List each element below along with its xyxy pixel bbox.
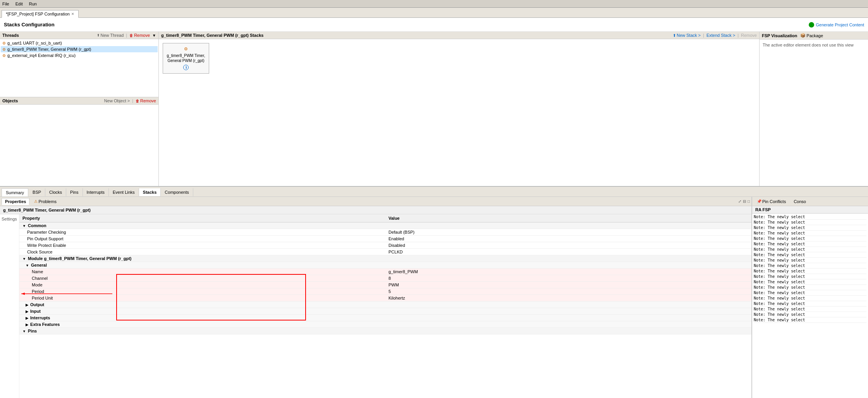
- stacks-remove-btn[interactable]: Remove: [741, 33, 757, 38]
- prop-row-period[interactable]: Period 5: [19, 288, 751, 295]
- log-panel: 📌 Pin Conflicts Conso RA FSP Note: The n…: [752, 197, 868, 398]
- editor-tab-bar: *[FSP_Project] FSP Configuration ✕: [0, 8, 868, 18]
- col-property: Property: [19, 214, 385, 222]
- thread-item-1[interactable]: ⚙ g_timer8_PWM Timer, General PWM (r_gpt…: [1, 46, 158, 52]
- tab-summary[interactable]: Summary: [2, 188, 28, 196]
- props-icon-2[interactable]: ⊟: [743, 199, 746, 203]
- log-line-7: Note: The newly select: [754, 252, 866, 258]
- prop-row-general: ▼ General: [19, 262, 751, 269]
- menu-file[interactable]: File: [2, 2, 9, 6]
- thread-icon-0: ⚙: [2, 41, 6, 45]
- tab-label: *[FSP_Project] FSP Configuration: [6, 12, 70, 16]
- bottom-section: Properties ⚠ Problems ⤢ ⊟ □ g_timer8_PWM…: [0, 197, 868, 398]
- thread-item-2[interactable]: ⚙ g_external_irq4 External IRQ (r_icu): [1, 52, 158, 59]
- log-line-2: Note: The newly select: [754, 225, 866, 231]
- tab-event-links[interactable]: Event Links: [109, 188, 139, 196]
- fsp-viz-header: FSP Visualization 📦 Package: [760, 32, 868, 40]
- extend-stack-btn[interactable]: Extend Stack >: [706, 33, 735, 38]
- new-thread-btn[interactable]: ⬆ New Thread: [97, 33, 124, 38]
- prop-row-clock-source[interactable]: Clock Source PCLKD: [19, 249, 751, 255]
- fsp-viz-panel: FSP Visualization 📦 Package The active e…: [760, 32, 868, 186]
- threads-remove-icon: 🗑: [129, 33, 133, 38]
- generate-btn[interactable]: Generate Project Content: [809, 22, 864, 28]
- log-line-5: Note: The newly select: [754, 241, 866, 247]
- menu-run[interactable]: Run: [29, 2, 37, 6]
- log-line-14: Note: The newly select: [754, 290, 866, 296]
- menu-edit[interactable]: Edit: [15, 2, 23, 6]
- log-line-8: Note: The newly select: [754, 258, 866, 263]
- prop-row-pin-output[interactable]: Pin Output Support Enabled: [19, 236, 751, 242]
- pin-conflicts-tab[interactable]: 📌 Pin Conflicts: [754, 198, 789, 205]
- tab-components[interactable]: Components: [161, 188, 193, 196]
- new-object-btn[interactable]: New Object >: [104, 98, 130, 103]
- package-tab[interactable]: 📦 Package: [800, 33, 823, 38]
- fsp-viz-tab[interactable]: FSP Visualization: [762, 33, 797, 38]
- log-content: Note: The newly select Note: The newly s…: [752, 214, 868, 398]
- new-stack-btn[interactable]: ⬆ New Stack >: [673, 33, 701, 38]
- objects-list: [0, 105, 158, 186]
- log-line-0: Note: The newly select: [754, 214, 866, 220]
- tab-close-icon[interactable]: ✕: [71, 12, 74, 16]
- thread-item-0[interactable]: ⚙ g_uart1 UART (r_sci_b_uart): [1, 40, 158, 46]
- tab-stacks[interactable]: Stacks: [139, 188, 161, 196]
- new-thread-icon: ⬆: [97, 33, 100, 37]
- prop-row-write-protect[interactable]: Write Protect Enable Disabled: [19, 242, 751, 249]
- log-line-10: Note: The newly select: [754, 269, 866, 274]
- prop-row-channel[interactable]: Channel 8: [19, 275, 751, 282]
- log-line-3: Note: The newly select: [754, 231, 866, 236]
- log-header: RA FSP: [752, 206, 868, 214]
- collapse-icon-extra: ▶: [26, 323, 28, 327]
- props-icon-3[interactable]: □: [748, 199, 750, 203]
- prop-row-common: ▼ Common: [19, 222, 751, 229]
- prop-row-mode[interactable]: Mode PWM: [19, 282, 751, 288]
- objects-section: Objects New Object > | 🗑 Remove: [0, 97, 158, 186]
- prop-row-name[interactable]: Name g_timer8_PWM: [19, 269, 751, 275]
- tab-bsp[interactable]: BSP: [29, 188, 45, 196]
- props-icon-1[interactable]: ⤢: [738, 199, 741, 203]
- threads-panel: Threads ⬆ New Thread | 🗑 Remove ▼ ⚙: [0, 32, 159, 186]
- tab-problems[interactable]: ⚠ Problems: [31, 198, 59, 205]
- page-title: Stacks Configuration: [4, 22, 55, 28]
- col-value: Value: [385, 214, 751, 222]
- title-bar: Stacks Configuration Generate Project Co…: [0, 18, 868, 32]
- objects-panel-header: Objects New Object > | 🗑 Remove: [0, 97, 158, 105]
- menu-bar: File Edit Run: [0, 0, 868, 8]
- fsp-viz-content: The active editor element does not use t…: [760, 40, 868, 50]
- log-line-16: Note: The newly select: [754, 301, 866, 307]
- log-tabs-bar: 📌 Pin Conflicts Conso: [752, 197, 868, 206]
- tab-pins[interactable]: Pins: [66, 188, 83, 196]
- stack-component[interactable]: ⚙ g_timer8_PWM Timer, General PWM (r_gpt…: [163, 43, 209, 74]
- objects-remove-icon: 🗑: [136, 99, 139, 103]
- objects-remove-btn[interactable]: 🗑 Remove: [136, 98, 156, 103]
- collapse-icon: ▼: [22, 224, 26, 228]
- log-line-9: Note: The newly select: [754, 263, 866, 269]
- collapse-icon-input: ▶: [26, 310, 28, 314]
- prop-row-param-check[interactable]: Parameter Checking Default (BSP): [19, 229, 751, 236]
- thread-icon-2: ⚙: [2, 53, 6, 58]
- fsp-config-tab[interactable]: *[FSP_Project] FSP Configuration ✕: [2, 10, 79, 18]
- tab-interrupts[interactable]: Interrupts: [83, 188, 109, 196]
- threads-label: Threads: [2, 33, 19, 38]
- pin-icon: 📌: [757, 199, 761, 203]
- collapse-icon-module: ▼: [22, 257, 26, 261]
- log-line-15: Note: The newly select: [754, 296, 866, 301]
- prop-row-period-unit[interactable]: Period Unit Kilohertz: [19, 295, 751, 302]
- props-tab-bar: Properties ⚠ Problems ⤢ ⊟ □: [0, 197, 751, 206]
- tab-properties[interactable]: Properties: [2, 198, 29, 205]
- console-tab[interactable]: Conso: [791, 198, 809, 205]
- tab-clocks[interactable]: Clocks: [45, 188, 66, 196]
- main-window: File Edit Run *[FSP_Project] FSP Configu…: [0, 0, 868, 398]
- threads-scroll-btn[interactable]: ▼: [152, 33, 156, 38]
- objects-label: Objects: [2, 98, 18, 103]
- settings-sidebar: Settings: [0, 214, 19, 398]
- log-line-17: Note: The newly select: [754, 307, 866, 312]
- component-name: g_timer8_PWM Timer, General PWM (r_gpt): [166, 53, 206, 63]
- upper-section: Threads ⬆ New Thread | 🗑 Remove ▼ ⚙: [0, 32, 868, 187]
- info-icon[interactable]: ℹ: [183, 65, 189, 70]
- log-line-1: Note: The newly select: [754, 220, 866, 225]
- threads-remove-btn[interactable]: 🗑 Remove: [129, 33, 150, 38]
- new-stack-icon: ⬆: [673, 33, 676, 38]
- stacks-panel-header: g_timer8_PWM Timer, General PWM (r_gpt) …: [159, 32, 759, 39]
- log-line-4: Note: The newly select: [754, 236, 866, 241]
- component-icon: ⚙: [184, 47, 188, 52]
